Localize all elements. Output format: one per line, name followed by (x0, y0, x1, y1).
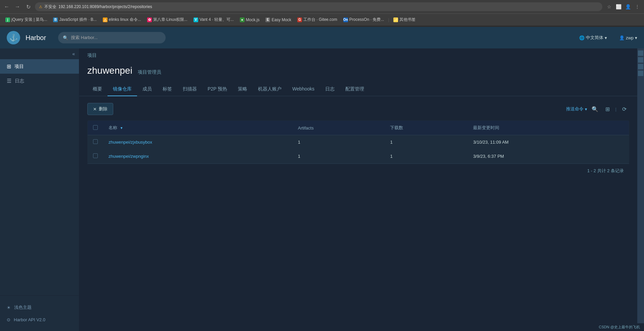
bookmark-easymock[interactable]: E Easy Mock (263, 16, 294, 24)
sidebar-item-logs[interactable]: ☰ 日志 (0, 74, 79, 88)
row2-downloads-cell: 1 (385, 149, 468, 163)
project-role: 项目管理员 (138, 69, 161, 75)
tab-config[interactable]: 配置管理 (340, 83, 370, 96)
header-updated: 最新变更时间 (468, 121, 629, 135)
sidebar-projects-label: 项目 (14, 64, 24, 70)
bookmark-mockjs[interactable]: ● Mock.js (237, 16, 262, 24)
search-toggle-button[interactable]: 🔍 (590, 104, 600, 114)
row2-checkbox[interactable] (93, 153, 98, 158)
user-chevron-icon: ▾ (635, 35, 637, 40)
sidebar-bottom: ☀ 浅色主题 ⊙ Harbor API V2.0 (0, 295, 79, 331)
tab-members[interactable]: 成员 (137, 83, 157, 96)
bottom-bar: CSDN @史上最牛的飞机 (595, 323, 644, 331)
browser-toolbar: ← → ↻ ⚠ 不安全 192.168.220.101:8089/harbor/… (0, 0, 644, 13)
sidebar-collapse-area: « (0, 48, 79, 59)
sidebar-logs-label: 日志 (15, 78, 24, 84)
tab-policy[interactable]: 策略 (232, 83, 253, 96)
harbor-body: « ⊞ 项目 ☰ 日志 ☀ 浅色主题 ⊙ Harbor API V2.0 (0, 48, 644, 331)
row1-checkbox[interactable] (93, 139, 98, 144)
refresh-button[interactable]: ⟳ (619, 104, 629, 114)
row1-name-cell: zhuwenpei/zjxbusybox (103, 135, 293, 149)
row1-checkbox-cell (88, 135, 103, 149)
project-header: zhuwenpei 项目管理员 (79, 63, 637, 76)
table-toolbar: ✕ 删除 推送命令 ▾ 🔍 ⊞ | ⟳ (87, 103, 629, 115)
tab-scanner[interactable]: 扫描器 (177, 83, 202, 96)
bookmark-elinks[interactable]: △ elinks linux 命令... (100, 15, 144, 24)
bookmark-jquery[interactable]: j jQuery 安装 | 菜鸟... (3, 15, 50, 24)
sort-icon[interactable]: ▼ (120, 126, 123, 130)
project-name: zhuwenpei (87, 65, 132, 76)
right-strip-item-4 (638, 71, 643, 76)
user-menu[interactable]: 👤 zwp ▾ (619, 35, 637, 40)
bookmark-processon[interactable]: On ProcessOn · 免费... (341, 15, 387, 24)
bookmark-linux-icon: ✿ (147, 17, 152, 22)
language-label: 中文简体 (586, 35, 603, 41)
sidebar-api-item[interactable]: ⊙ Harbor API V2.0 (7, 314, 72, 326)
row1-updated-cell: 3/10/23, 11:09 AM (468, 135, 629, 149)
row1-name-link[interactable]: zhuwenpei/zjxbusybox (109, 140, 152, 145)
right-strip (637, 48, 644, 331)
browser-actions: ☆ ⬜ 👤 ⋮ (605, 3, 641, 11)
harbor-header: ⚓ Harbor 🔍 搜索 Harbor... 🌐 中文简体 ▾ 👤 zwp ▾ (0, 27, 644, 48)
project-tabs: 概要 镜像仓库 成员 标签 扫描器 P2P 预热 策略 机器人账户 Webhoo… (79, 77, 637, 96)
bookmark-gitee[interactable]: G 工作台 · Gitee.com (295, 15, 340, 24)
tab-p2p[interactable]: P2P 预热 (202, 83, 232, 96)
bookmark-linux[interactable]: ✿ 第八章·Linux权限... (144, 15, 190, 24)
bookmark-gitee-label: 工作台 · Gitee.com (303, 17, 337, 23)
api-label: Harbor API V2.0 (14, 317, 45, 322)
tab-logs[interactable]: 日志 (320, 83, 340, 96)
view-toggle-button[interactable]: ⊞ (603, 104, 613, 114)
tab-robot[interactable]: 机器人账户 (253, 83, 287, 96)
tab-labels[interactable]: 标签 (157, 83, 177, 96)
harbor-app: ⚓ Harbor 🔍 搜索 Harbor... 🌐 中文简体 ▾ 👤 zwp ▾… (0, 27, 644, 331)
bookmark-js-plugin[interactable]: B JavaScript 插件 · B... (50, 15, 99, 24)
chevron-down-icon: ▾ (605, 35, 607, 40)
header-artifacts-label: Artifacts (298, 125, 314, 131)
bookmark-easymock-label: Easy Mock (271, 17, 291, 22)
table-header: 名称 ▼ Artifacts 下载数 最新变更时间 (88, 121, 629, 135)
row2-name-link[interactable]: zhuwenpei/zwpnginx (109, 154, 149, 159)
push-command-button[interactable]: 推送命令 ▾ (566, 106, 587, 112)
breadcrumb: 项目 (79, 48, 637, 63)
bookmark-folder-icon: 📁 (393, 17, 398, 22)
sidebar-item-projects[interactable]: ⊞ 项目 (0, 59, 79, 74)
bookmark-other[interactable]: 📁 其他书签 (391, 15, 418, 24)
security-label: 不安全 (44, 4, 56, 10)
right-strip-item-1 (638, 50, 643, 56)
window-toggle-icon[interactable]: ⬜ (614, 3, 622, 11)
back-button[interactable]: ← (3, 3, 11, 11)
forward-button[interactable]: → (13, 3, 22, 11)
delete-button[interactable]: ✕ 删除 (87, 103, 113, 115)
bookmark-mockjs-label: Mock.js (246, 17, 260, 22)
sidebar-theme-item[interactable]: ☀ 浅色主题 (7, 301, 72, 314)
reload-button[interactable]: ↻ (24, 3, 32, 11)
address-bar[interactable]: ⚠ 不安全 192.168.220.101:8089/harbor/projec… (35, 2, 602, 11)
table-area: ✕ 删除 推送命令 ▾ 🔍 ⊞ | ⟳ (79, 96, 637, 185)
header-name-label: 名称 (109, 125, 117, 130)
language-selector[interactable]: 🌐 中文简体 ▾ (579, 35, 607, 41)
select-all-checkbox[interactable] (93, 125, 98, 130)
bookmark-processon-label: ProcessOn · 免费... (349, 17, 384, 23)
bookmark-vant-icon: V (194, 17, 198, 22)
menu-icon[interactable]: ⋮ (633, 3, 641, 11)
bookmark-vant[interactable]: V Vant 4 · 轻量、可... (191, 15, 237, 24)
search-icon: 🔍 (63, 35, 68, 40)
row1-downloads-cell: 1 (385, 135, 468, 149)
tab-webhooks[interactable]: Webhooks (287, 83, 320, 96)
bookmark-processon-icon: On (343, 17, 348, 22)
profile-icon[interactable]: 👤 (624, 3, 632, 11)
sidebar-collapse-button[interactable]: « (72, 51, 75, 57)
tab-overview[interactable]: 概要 (87, 83, 108, 96)
bookmark-linux-label: 第八章·Linux权限... (153, 17, 187, 23)
browser-chrome: ← → ↻ ⚠ 不安全 192.168.220.101:8089/harbor/… (0, 0, 644, 27)
logs-icon: ☰ (7, 78, 11, 84)
harbor-search[interactable]: 🔍 搜索 Harbor... (58, 32, 166, 43)
bookmark-star-icon[interactable]: ☆ (605, 3, 613, 11)
tab-repositories[interactable]: 镜像仓库 (108, 83, 137, 96)
bookmarks-separator: | (388, 17, 389, 22)
table-footer: 1 - 2 共计 2 条记录 (87, 163, 629, 178)
harbor-logo: ⚓ (7, 31, 20, 44)
header-checkbox-cell (88, 121, 103, 135)
table-row: zhuwenpei/zwpnginx 1 1 3/9/23, 6:37 PM (88, 149, 629, 163)
bottom-bar-text: CSDN @史上最牛的飞机 (599, 325, 640, 329)
